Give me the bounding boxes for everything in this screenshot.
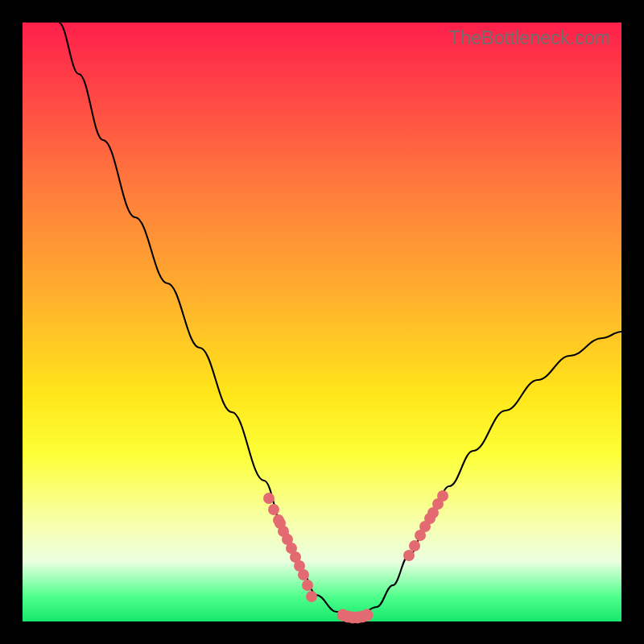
highlight-dot — [298, 569, 309, 580]
highlight-dot — [409, 540, 420, 551]
highlight-dots-left-limb — [263, 493, 317, 602]
plot-area: TheBottleneck.com — [23, 23, 621, 621]
highlight-dots-right-limb — [403, 490, 448, 561]
highlight-dot — [437, 490, 448, 502]
highlight-dot — [361, 609, 374, 621]
highlight-dot — [268, 504, 279, 515]
highlight-dot — [403, 550, 415, 561]
highlight-dot — [306, 591, 317, 602]
highlight-dot — [302, 580, 313, 591]
highlight-dots-valley — [337, 609, 374, 624]
highlight-dots — [23, 23, 621, 621]
highlight-dot — [263, 493, 275, 504]
